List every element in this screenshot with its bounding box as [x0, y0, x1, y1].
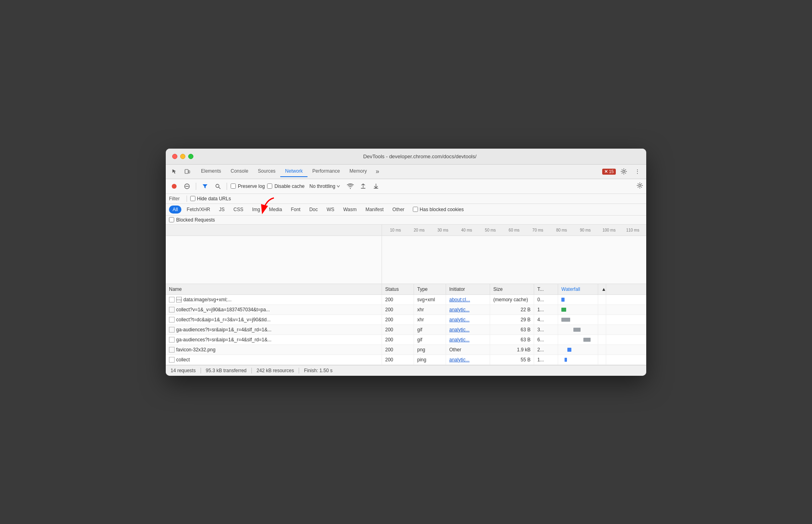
tick-40ms: 40 ms [455, 228, 478, 232]
search-button[interactable] [213, 181, 223, 191]
type-filter-img[interactable]: Img [249, 206, 264, 214]
type-filter-media[interactable]: Media [265, 206, 286, 214]
row-4-status: 200 [382, 335, 414, 345]
filter-button[interactable] [200, 181, 210, 191]
type-filter-js[interactable]: JS [215, 206, 228, 214]
th-sort-arrow[interactable]: ▲ [598, 284, 606, 294]
more-tabs-button[interactable]: » [373, 166, 382, 177]
type-filter-xhr[interactable]: Fetch/XHR [183, 206, 214, 214]
blocked-requests-bar: Blocked Requests [166, 216, 646, 225]
tab-network[interactable]: Network [280, 166, 308, 177]
has-blocked-cookies-input[interactable] [413, 207, 418, 212]
tick-90ms: 90 ms [573, 228, 597, 232]
table-row[interactable]: collect?v=1&_v=j90&a=1837457034&t=pa... … [166, 305, 646, 315]
row-3-name: ga-audiences?t=sr&aip=1&_r=4&slf_rd=1&..… [166, 325, 382, 335]
preserve-log-checkbox[interactable]: Preserve log [231, 183, 265, 189]
row-checkbox[interactable] [169, 327, 175, 333]
row-3-size: 63 B [490, 325, 534, 335]
disable-cache-input[interactable] [267, 183, 272, 189]
upload-icon[interactable] [358, 181, 368, 191]
traffic-lights [172, 154, 193, 159]
wf-bar-gray [583, 338, 591, 342]
table-row[interactable]: favicon-32x32.png 200 png Other 1.9 kB 2… [166, 345, 646, 355]
type-filter-all[interactable]: All [169, 206, 181, 214]
th-time[interactable]: T... [534, 284, 558, 294]
type-filter-ws[interactable]: WS [323, 206, 338, 214]
row-5-status: 200 [382, 345, 414, 355]
device-toggle-icon[interactable] [182, 166, 193, 177]
th-status[interactable]: Status [382, 284, 414, 294]
th-type[interactable]: Type [414, 284, 446, 294]
tab-sources[interactable]: Sources [253, 166, 280, 177]
row-5-initiator: Other [446, 345, 490, 355]
row-checkbox[interactable] [169, 297, 175, 302]
tab-memory[interactable]: Memory [345, 166, 372, 177]
table-row[interactable]: collect?t=dc&aip=1&_r=3&v=1&_v=j90&tid..… [166, 315, 646, 325]
hide-data-urls-input[interactable] [190, 196, 195, 201]
has-blocked-cookies-checkbox[interactable]: Has blocked cookies [413, 207, 464, 212]
preserve-log-input[interactable] [231, 183, 236, 189]
devtools-window: DevTools - developer.chrome.com/docs/dev… [166, 149, 646, 376]
throttle-dropdown[interactable]: No throttling [307, 183, 343, 190]
row-1-size: 22 B [490, 305, 534, 314]
tab-right-section: ✕ 15 ⋮ [602, 166, 643, 177]
tab-console[interactable]: Console [226, 166, 253, 177]
row-checkbox[interactable] [169, 347, 175, 353]
type-filter-wasm[interactable]: Wasm [340, 206, 360, 214]
maximize-button[interactable] [188, 154, 193, 159]
blocked-requests-checkbox[interactable]: Blocked Requests [169, 217, 215, 223]
table-row[interactable]: ga-audiences?t=sr&aip=1&_r=4&slf_rd=1&..… [166, 335, 646, 345]
waterfall-bar [561, 317, 570, 322]
row-3-waterfall [558, 325, 598, 335]
settings-gear-icon[interactable] [618, 166, 629, 177]
row-checkbox[interactable] [169, 337, 175, 343]
row-3-initiator: analytic... [446, 325, 490, 335]
network-settings-button[interactable] [637, 182, 643, 190]
svg-point-2 [623, 171, 625, 173]
row-checkbox[interactable] [169, 307, 175, 312]
tab-performance[interactable]: Performance [308, 166, 345, 177]
disable-cache-checkbox[interactable]: Disable cache [267, 183, 304, 189]
tab-elements[interactable]: Elements [196, 166, 226, 177]
type-filter-bar: All Fetch/XHR JS CSS Img Media Font Doc … [166, 204, 646, 216]
block-request-button[interactable] [182, 181, 192, 191]
cursor-icon[interactable] [169, 166, 180, 177]
type-filter-font[interactable]: Font [287, 206, 304, 214]
svg-rect-1 [189, 171, 190, 173]
row-3-type: gif [414, 325, 446, 335]
table-row[interactable]: collect 200 ping analytic... 55 B 1... [166, 355, 646, 365]
table-row[interactable]: ga-audiences?t=sr&aip=1&_r=4&slf_rd=1&..… [166, 325, 646, 335]
th-waterfall[interactable]: Waterfall [558, 284, 598, 294]
waterfall-bar [561, 347, 571, 353]
tick-80ms: 80 ms [550, 228, 573, 232]
wf-bar-blue [567, 348, 571, 352]
type-filter-manifest[interactable]: Manifest [362, 206, 387, 214]
tick-100ms: 100 ms [597, 228, 621, 232]
row-2-extra [598, 315, 606, 324]
row-6-initiator: analytic... [446, 355, 490, 365]
row-checkbox[interactable] [169, 357, 175, 363]
error-count: 15 [609, 169, 614, 174]
th-name[interactable]: Name [166, 284, 382, 294]
row-3-status: 200 [382, 325, 414, 335]
network-rows[interactable]: svg data:image/svg+xml;... 200 svg+xml a… [166, 295, 646, 365]
hide-data-urls-checkbox[interactable]: Hide data URLs [190, 196, 231, 202]
svg-point-8 [639, 184, 641, 186]
record-button[interactable] [169, 181, 179, 191]
download-icon[interactable] [371, 181, 381, 191]
blocked-requests-input[interactable] [169, 217, 174, 222]
row-checkbox[interactable] [169, 317, 175, 322]
close-button[interactable] [172, 154, 177, 159]
th-size[interactable]: Size [490, 284, 534, 294]
table-row[interactable]: svg data:image/svg+xml;... 200 svg+xml a… [166, 295, 646, 305]
row-1-status: 200 [382, 305, 414, 314]
type-filter-doc[interactable]: Doc [306, 206, 321, 214]
type-filter-css[interactable]: CSS [230, 206, 247, 214]
type-filter-other[interactable]: Other [389, 206, 408, 214]
filter-label: Filter [169, 196, 183, 202]
more-options-icon[interactable]: ⋮ [632, 166, 643, 177]
row-6-size: 55 B [490, 355, 534, 365]
transferred-size: 95.3 kB transferred [206, 368, 247, 373]
minimize-button[interactable] [180, 154, 185, 159]
th-initiator[interactable]: Initiator [446, 284, 490, 294]
